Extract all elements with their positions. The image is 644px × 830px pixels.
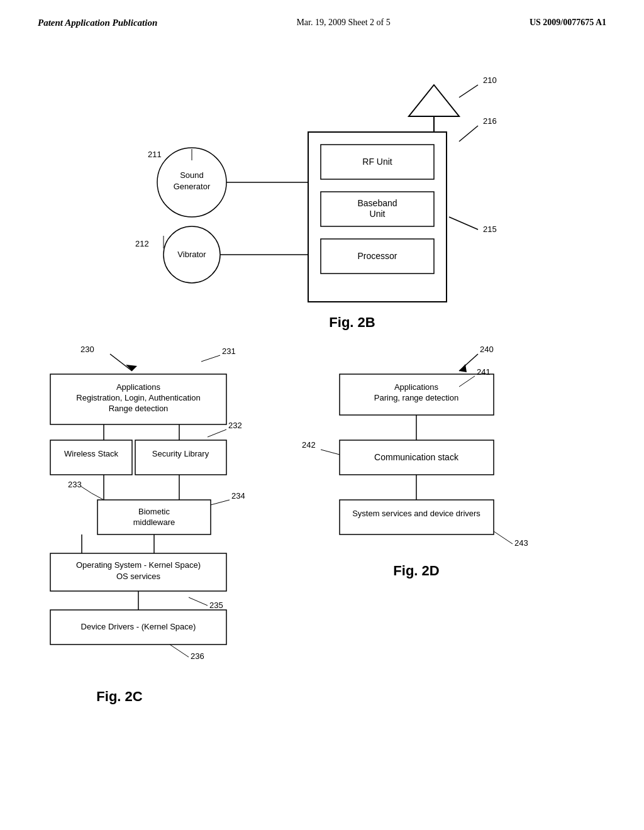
svg-line-63 <box>170 645 189 657</box>
svg-text:Applications: Applications <box>394 382 439 392</box>
svg-text:Range detection: Range detection <box>109 404 169 413</box>
svg-marker-0 <box>409 85 459 116</box>
svg-text:Fig.  2D: Fig. 2D <box>393 563 439 578</box>
svg-text:236: 236 <box>191 651 204 661</box>
svg-text:RF Unit: RF Unit <box>362 157 392 167</box>
svg-text:Operating System - Kernel Spac: Operating System - Kernel Space) <box>76 560 201 570</box>
svg-text:230: 230 <box>80 345 94 354</box>
svg-text:231: 231 <box>222 346 236 356</box>
svg-text:Communication stack: Communication stack <box>374 452 459 462</box>
svg-line-28 <box>110 354 132 371</box>
svg-line-12 <box>449 217 478 230</box>
page-header: Patent Application Publication Mar. 19, … <box>0 0 644 35</box>
svg-line-51 <box>211 500 230 505</box>
svg-text:233: 233 <box>68 480 82 489</box>
svg-text:Baseband: Baseband <box>357 198 397 208</box>
svg-line-77 <box>321 450 340 455</box>
svg-text:Processor: Processor <box>357 251 397 261</box>
header-left: Patent Application Publication <box>38 18 157 28</box>
svg-text:210: 210 <box>483 75 497 85</box>
svg-text:216: 216 <box>483 116 497 126</box>
svg-text:Vibrator: Vibrator <box>177 250 206 259</box>
svg-text:middleware: middleware <box>133 517 175 527</box>
svg-text:Fig.  2B: Fig. 2B <box>329 314 375 330</box>
svg-text:Unit: Unit <box>370 209 386 219</box>
svg-text:242: 242 <box>302 440 316 450</box>
svg-text:Applications: Applications <box>116 382 161 392</box>
svg-text:Generator: Generator <box>174 182 211 191</box>
svg-text:Biometic: Biometic <box>138 507 170 516</box>
svg-marker-67 <box>459 364 467 372</box>
diagram-area: 210 216 215 211 212 RF Unit Baseband Uni… <box>0 35 644 827</box>
header-center: Mar. 19, 2009 Sheet 2 of 5 <box>296 18 390 28</box>
svg-line-58 <box>189 597 208 606</box>
svg-text:211: 211 <box>148 150 162 159</box>
svg-text:232: 232 <box>228 421 242 430</box>
svg-text:Security Library: Security Library <box>152 449 209 458</box>
svg-text:235: 235 <box>209 600 223 610</box>
svg-text:Sound: Sound <box>180 170 204 180</box>
svg-text:OS services: OS services <box>116 572 161 581</box>
svg-text:212: 212 <box>135 239 149 248</box>
svg-text:Registration, Login, Authentic: Registration, Login, Authentication <box>76 393 200 402</box>
svg-text:Paring, range detection: Paring, range detection <box>374 393 458 402</box>
svg-text:Device Drivers - (Kernel Space: Device Drivers - (Kernel Space) <box>81 622 196 631</box>
diagram-svg: 210 216 215 211 212 RF Unit Baseband Uni… <box>0 35 644 827</box>
svg-text:240: 240 <box>480 345 494 354</box>
svg-text:243: 243 <box>514 538 528 548</box>
svg-line-69 <box>459 376 475 387</box>
svg-line-10 <box>459 85 478 97</box>
svg-text:234: 234 <box>231 491 245 501</box>
svg-text:Fig.  2C: Fig. 2C <box>96 689 142 704</box>
header-right: US 2009/0077675 A1 <box>530 18 606 28</box>
svg-line-35 <box>201 355 220 362</box>
svg-line-43 <box>208 429 226 437</box>
svg-text:241: 241 <box>477 367 491 377</box>
svg-line-82 <box>494 531 513 544</box>
svg-text:215: 215 <box>483 224 497 234</box>
svg-line-11 <box>459 126 478 141</box>
svg-text:Wireless Stack: Wireless Stack <box>64 449 118 458</box>
svg-text:System services and device dri: System services and device drivers <box>352 509 480 518</box>
